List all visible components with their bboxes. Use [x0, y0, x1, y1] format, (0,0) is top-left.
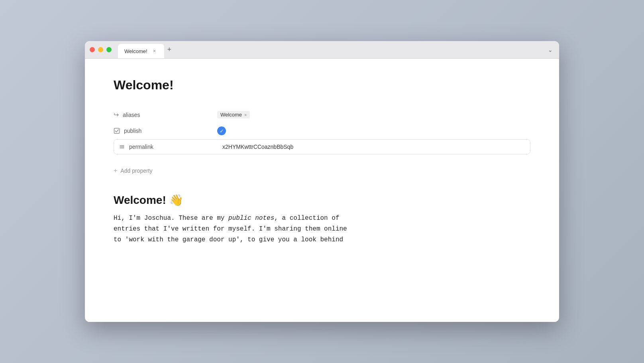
aliases-row: ↪ aliases Welcome × [114, 107, 530, 122]
maximize-button[interactable] [106, 47, 112, 52]
body-text-line1: Hi, I'm Joschua. These are my public not… [114, 215, 340, 222]
tab-label: Welcome! [124, 48, 147, 54]
add-property-button[interactable]: + Add property [114, 164, 530, 178]
titlebar: Welcome! × + ⌄ [85, 41, 559, 59]
minimize-button[interactable] [98, 47, 103, 52]
body-heading: Welcome! 👋 [114, 193, 530, 207]
permalink-value: x2HYMKwttrCCoaznbBbSqb [222, 144, 525, 150]
tab-close-button[interactable]: × [151, 48, 158, 54]
publish-icon [114, 128, 120, 134]
aliases-key-label: aliases [123, 112, 140, 118]
body-paragraph: Hi, I'm Joschua. These are my public not… [114, 213, 530, 246]
close-button[interactable] [90, 47, 95, 52]
publish-checkbox[interactable]: ✓ [217, 126, 226, 135]
new-tab-button[interactable]: + [164, 43, 175, 57]
traffic-lights [90, 47, 112, 52]
tabs-dropdown-button[interactable]: ⌄ [548, 47, 553, 53]
body-text-line3: to 'work with the garage door up', to gi… [114, 236, 343, 243]
add-property-label: Add property [120, 168, 152, 174]
browser-window: Welcome! × + ⌄ Welcome! ↪ aliases Welcom… [85, 41, 559, 322]
aliases-value: Welcome × [217, 111, 530, 118]
alias-tag[interactable]: Welcome × [217, 111, 250, 118]
add-property-plus-icon: + [114, 167, 117, 174]
alias-tag-remove-button[interactable]: × [244, 112, 247, 117]
aliases-key: ↪ aliases [114, 111, 217, 118]
publish-value: ✓ [217, 126, 530, 135]
properties-section: ↪ aliases Welcome × [114, 107, 530, 154]
aliases-icon: ↪ [114, 111, 119, 118]
publish-key-label: publish [124, 128, 141, 134]
permalink-value-text: x2HYMKwttrCCoaznbBbSqb [222, 144, 293, 150]
publish-row: publish ✓ [114, 122, 530, 139]
body-content: Welcome! 👋 Hi, I'm Joschua. These are my… [114, 193, 530, 246]
content-area: Welcome! ↪ aliases Welcome × [85, 59, 559, 322]
tab-bar: Welcome! × + [118, 41, 175, 58]
active-tab[interactable]: Welcome! × [118, 44, 164, 58]
alias-tag-text: Welcome [220, 112, 242, 118]
body-text-line2: entries that I've written for myself. I'… [114, 225, 347, 233]
permalink-icon [119, 144, 125, 150]
permalink-key-label: permalink [129, 144, 153, 150]
publish-check-icon: ✓ [220, 128, 224, 134]
permalink-row: permalink x2HYMKwttrCCoaznbBbSqb [114, 139, 530, 154]
permalink-key: permalink [119, 144, 222, 150]
page-title: Welcome! [114, 78, 530, 93]
publish-key: publish [114, 128, 217, 134]
